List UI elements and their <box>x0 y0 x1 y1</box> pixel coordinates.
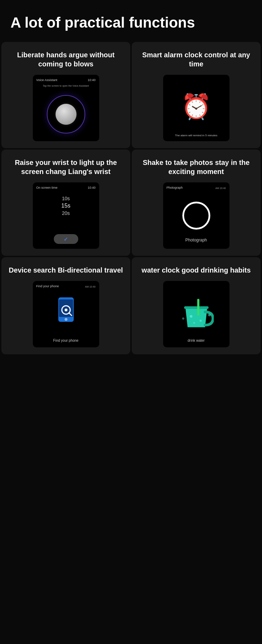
ost-header: On screen time 10:40 <box>33 186 99 189</box>
ost-option-20s[interactable]: 20s <box>62 210 70 216</box>
feature-grid: Liberate hands argue without coming to b… <box>0 42 262 356</box>
va-outer-ring <box>47 95 85 133</box>
alarm-clock-icon: ⏰ <box>181 94 211 119</box>
card-title-smart-alarm: Smart alarm clock control at any time <box>137 50 255 68</box>
screen-voice-assistant: Voice Assistant 10:40 Tap the screen to … <box>33 75 99 141</box>
phone-svg <box>56 297 77 325</box>
card-raise-wrist: Raise your wrist to light up the screen … <box>1 150 130 256</box>
svg-point-12 <box>182 318 184 320</box>
svg-point-11 <box>208 314 211 317</box>
card-photograph: Shake to take photos stay in the excitin… <box>132 150 261 256</box>
fp-am-time: AM 10:40 <box>85 285 96 288</box>
svg-point-5 <box>65 309 67 311</box>
va-time: 10:40 <box>88 78 96 82</box>
screen-alarm: ⏰ The alarm will remind in 5 minutes <box>163 75 230 141</box>
fp-label-bottom: Find your phone <box>53 339 78 342</box>
ost-list: 10s 15s 20s <box>61 196 71 216</box>
fp-label-top: Find your phone <box>36 284 59 288</box>
card-title-find-phone: Device search Bi-directional travel <box>9 266 123 275</box>
card-title-liberate-hands: Liberate hands argue without coming to b… <box>7 50 125 68</box>
va-header: Voice Assistant 10:40 <box>33 78 99 82</box>
checkmark-icon: ✓ <box>64 236 68 243</box>
screen-find-phone: Find your phone AM 10:40 Find your phone <box>33 281 99 347</box>
water-cup-icon <box>179 297 214 332</box>
photo-label-bottom: Photograph <box>185 238 207 243</box>
svg-point-2 <box>65 318 67 321</box>
svg-point-8 <box>190 315 192 318</box>
screen-water: drink water <box>163 281 230 347</box>
ost-option-15s[interactable]: 15s <box>61 203 71 209</box>
shutter-button[interactable] <box>182 202 210 230</box>
alarm-reminder-text: The alarm will remind in 5 minutes <box>172 134 220 137</box>
ost-time: 10:40 <box>88 186 96 189</box>
photo-label-top: Photograph <box>167 186 183 189</box>
svg-rect-7 <box>197 299 199 316</box>
card-title-water-clock: water clock good drinking habits <box>141 266 250 275</box>
card-find-phone: Device search Bi-directional travel Find… <box>1 257 130 354</box>
card-title-photograph: Shake to take photos stay in the excitin… <box>137 158 255 176</box>
water-label-bottom: drink water <box>188 339 205 342</box>
svg-rect-6 <box>184 306 209 309</box>
card-title-raise-wrist: Raise your wrist to light up the screen … <box>7 158 125 176</box>
fp-header: Find your phone AM 10:40 <box>33 284 99 288</box>
card-smart-alarm: Smart alarm clock control at any time ⏰ … <box>132 42 261 148</box>
svg-point-10 <box>193 322 195 324</box>
ost-label: On screen time <box>36 186 58 189</box>
va-inner-button <box>56 104 77 125</box>
photo-header: Photograph AM 10:40 <box>163 186 230 189</box>
ost-option-10s[interactable]: 10s <box>62 196 70 201</box>
svg-point-9 <box>199 320 202 322</box>
screen-photograph: Photograph AM 10:40 Photograph <box>163 182 230 249</box>
screen-on-screen-time: On screen time 10:40 10s 15s 20s ✓ <box>33 182 99 249</box>
va-label: Voice Assistant <box>36 78 58 82</box>
card-liberate-hands: Liberate hands argue without coming to b… <box>1 42 130 148</box>
ost-confirm-button[interactable]: ✓ <box>54 234 78 244</box>
va-subtitle: Tap the screen to open the Voice Assista… <box>43 85 89 87</box>
photo-am: AM 10:40 <box>216 187 226 189</box>
find-phone-icon <box>56 297 77 325</box>
card-water-clock: water clock good drinking habits drink w… <box>132 257 261 354</box>
page-title: A lot of practical functions <box>0 0 262 42</box>
